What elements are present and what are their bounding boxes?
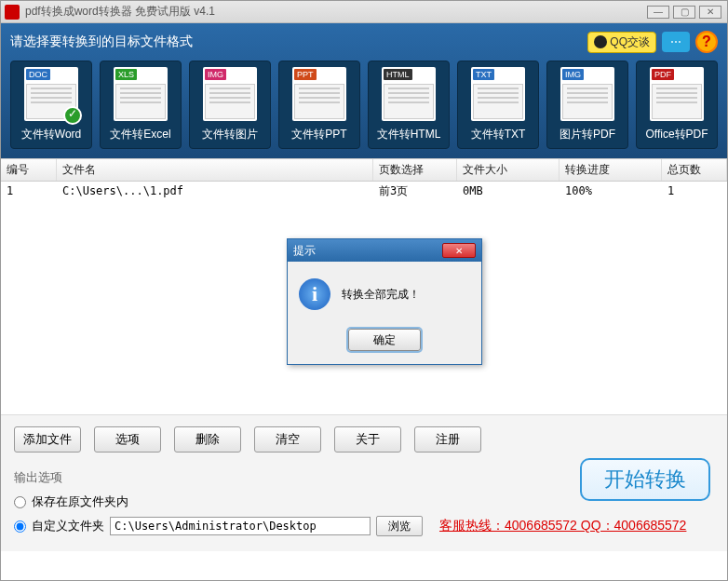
qq-penguin-icon [594, 35, 607, 48]
chat-icon: ⋯ [670, 35, 681, 48]
th-name[interactable]: 文件名 [57, 159, 373, 181]
dialog-titlebar: 提示 ✕ [288, 239, 481, 262]
minimize-button[interactable]: — [647, 6, 669, 19]
format-caption: 文件转Excel [110, 127, 170, 142]
qq-label: QQ交谈 [610, 34, 650, 50]
format-caption: 文件转HTML [377, 127, 441, 142]
options-button[interactable]: 选项 [94, 426, 161, 453]
info-icon: i [299, 278, 330, 310]
window-title: pdf转换成word转换器 免费试用版 v4.1 [25, 4, 643, 20]
format-thumb: IMG [560, 67, 614, 121]
dialog-close-button[interactable]: ✕ [442, 243, 476, 258]
dialog-message: 转换全部完成！ [342, 287, 420, 303]
format-preview [473, 84, 523, 119]
th-total[interactable]: 总页数 [662, 159, 727, 181]
cell-name: C:\Users\...\1.pdf [57, 184, 373, 197]
browse-button[interactable]: 浏览 [376, 516, 423, 536]
format-thumb: XLS [114, 67, 168, 121]
selected-check-icon [63, 106, 82, 125]
format-preview [652, 84, 702, 119]
format-tile-4[interactable]: HTML 文件转HTML [368, 61, 450, 149]
format-preview [384, 84, 434, 119]
th-pages[interactable]: 页数选择 [373, 159, 457, 181]
format-tag: PPT [294, 69, 317, 80]
delete-button[interactable]: 删除 [174, 426, 241, 453]
format-tag: IMG [205, 69, 226, 80]
table-header: 编号 文件名 页数选择 文件大小 转换进度 总页数 [1, 159, 727, 182]
maximize-button[interactable]: ▢ [673, 6, 695, 19]
format-tag: TXT [473, 69, 494, 80]
format-caption: 文件转图片 [202, 127, 258, 142]
format-thumb: IMG [203, 67, 257, 121]
add-file-button[interactable]: 添加文件 [14, 426, 81, 453]
cell-total: 1 [662, 184, 727, 197]
about-button[interactable]: 关于 [334, 426, 401, 453]
format-caption: Office转PDF [645, 127, 708, 142]
format-thumb: TXT [471, 67, 525, 121]
th-prog[interactable]: 转换进度 [559, 159, 662, 181]
dialog-ok-button[interactable]: 确定 [348, 329, 421, 351]
radio-custom-label: 自定义文件夹 [32, 518, 104, 534]
format-thumb: PPT [292, 67, 346, 121]
format-tile-6[interactable]: IMG 图片转PDF [546, 61, 628, 149]
cell-prog: 100% [559, 184, 662, 197]
format-tile-7[interactable]: PDF Office转PDF [636, 61, 718, 149]
format-tag: DOC [26, 69, 50, 80]
radio-same-label: 保存在原文件夹内 [32, 493, 128, 510]
cell-pages: 前3页 [373, 183, 457, 199]
dialog-title: 提示 [293, 243, 316, 259]
format-caption: 文件转PPT [291, 127, 346, 142]
format-tile-3[interactable]: PPT 文件转PPT [278, 61, 360, 149]
output-path-input[interactable] [110, 517, 371, 535]
format-thumb: DOC [24, 67, 78, 121]
register-button[interactable]: 注册 [414, 426, 481, 453]
format-tag: HTML [384, 69, 412, 80]
hotline-link[interactable]: 客服热线：4006685572 QQ：4006685572 [439, 518, 686, 534]
format-tag: IMG [562, 69, 584, 80]
app-icon [5, 5, 20, 20]
format-tile-5[interactable]: TXT 文件转TXT [457, 61, 539, 149]
qq-chat-button[interactable]: QQ交谈 [587, 32, 656, 53]
format-tile-1[interactable]: XLS 文件转Excel [100, 61, 182, 149]
chat-button[interactable]: ⋯ [662, 32, 690, 52]
cell-size: 0MB [457, 184, 559, 197]
radio-custom-folder[interactable] [14, 520, 26, 533]
th-num[interactable]: 编号 [1, 159, 57, 181]
format-tile-0[interactable]: DOC 文件转Word [10, 61, 92, 149]
close-button[interactable]: ✕ [699, 6, 721, 19]
output-options: 输出选项 开始转换 保存在原文件夹内 自定义文件夹 浏览 客服热线：400668… [1, 464, 727, 551]
format-list: DOC 文件转Word XLS 文件转Excel IMG 文件转图片 PPT 文… [10, 61, 718, 149]
format-thumb: PDF [650, 67, 704, 121]
clear-button[interactable]: 清空 [254, 426, 321, 453]
format-preview [205, 84, 255, 119]
cell-num: 1 [1, 184, 57, 197]
radio-same-folder[interactable] [14, 496, 26, 508]
start-convert-button[interactable]: 开始转换 [580, 458, 710, 501]
format-caption: 文件转Word [21, 127, 81, 142]
format-preview [294, 84, 344, 119]
format-tag: XLS [115, 69, 137, 80]
header: 请选择要转换到的目标文件格式 QQ交谈 ⋯ ? DOC 文件转Word XLS … [1, 23, 727, 158]
action-button-row: 添加文件 选项 删除 清空 关于 注册 [1, 414, 727, 464]
format-caption: 图片转PDF [559, 127, 615, 142]
format-tile-2[interactable]: IMG 文件转图片 [189, 61, 271, 149]
format-prompt: 请选择要转换到的目标文件格式 [10, 34, 587, 50]
th-size[interactable]: 文件大小 [457, 159, 559, 181]
format-tag: PDF [652, 69, 674, 80]
format-caption: 文件转TXT [471, 127, 526, 142]
format-preview [115, 84, 166, 119]
titlebar: pdf转换成word转换器 免费试用版 v4.1 — ▢ ✕ [1, 1, 727, 23]
format-thumb: HTML [382, 67, 436, 121]
table-row[interactable]: 1 C:\Users\...\1.pdf 前3页 0MB 100% 1 [1, 182, 727, 200]
help-button[interactable]: ? [695, 31, 718, 53]
format-preview [562, 84, 613, 119]
help-icon: ? [702, 34, 711, 50]
info-dialog: 提示 ✕ i 转换全部完成！ 确定 [287, 238, 482, 365]
